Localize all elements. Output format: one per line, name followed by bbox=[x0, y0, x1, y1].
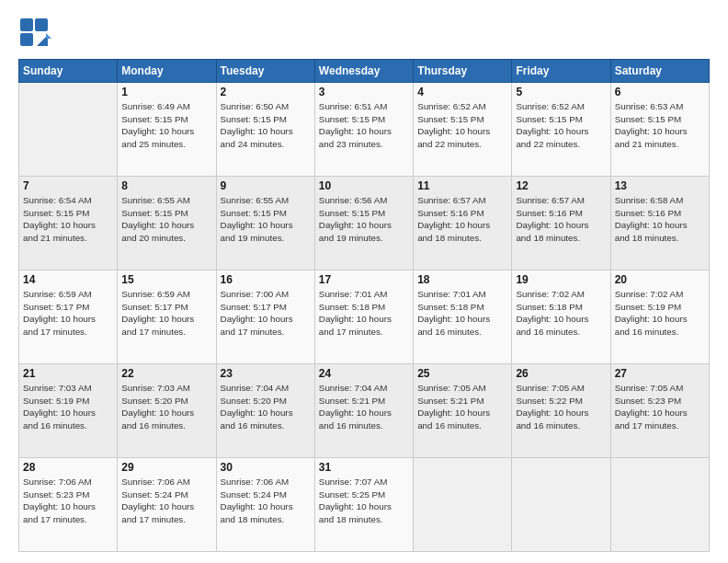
day-number: 12 bbox=[516, 179, 606, 192]
day-number: 23 bbox=[221, 367, 311, 380]
calendar-cell: 5Sunrise: 6:52 AM Sunset: 5:15 PM Daylig… bbox=[512, 83, 610, 177]
day-header-wednesday: Wednesday bbox=[314, 60, 413, 83]
calendar-cell: 6Sunrise: 6:53 AM Sunset: 5:15 PM Daylig… bbox=[610, 83, 709, 177]
day-header-tuesday: Tuesday bbox=[216, 60, 314, 83]
calendar-cell: 7Sunrise: 6:54 AM Sunset: 5:15 PM Daylig… bbox=[19, 177, 118, 270]
svg-rect-2 bbox=[20, 33, 33, 46]
calendar-cell: 17Sunrise: 7:01 AM Sunset: 5:18 PM Dayli… bbox=[314, 270, 413, 364]
day-number: 6 bbox=[615, 86, 705, 98]
day-number: 21 bbox=[23, 367, 113, 380]
calendar-cell: 8Sunrise: 6:55 AM Sunset: 5:15 PM Daylig… bbox=[118, 177, 216, 270]
day-number: 14 bbox=[23, 273, 113, 286]
day-info: Sunrise: 7:06 AM Sunset: 5:23 PM Dayligh… bbox=[23, 476, 113, 525]
calendar-week-4: 21Sunrise: 7:03 AM Sunset: 5:19 PM Dayli… bbox=[19, 364, 710, 458]
day-number: 29 bbox=[121, 461, 211, 474]
day-number: 7 bbox=[23, 179, 113, 192]
day-number: 15 bbox=[121, 273, 211, 286]
calendar-cell: 23Sunrise: 7:04 AM Sunset: 5:20 PM Dayli… bbox=[216, 364, 314, 458]
calendar-cell: 28Sunrise: 7:06 AM Sunset: 5:23 PM Dayli… bbox=[19, 458, 118, 552]
day-info: Sunrise: 6:51 AM Sunset: 5:15 PM Dayligh… bbox=[319, 100, 409, 150]
day-number: 19 bbox=[516, 273, 606, 286]
day-number: 5 bbox=[516, 86, 606, 98]
calendar-week-5: 28Sunrise: 7:06 AM Sunset: 5:23 PM Dayli… bbox=[19, 458, 710, 552]
day-info: Sunrise: 7:06 AM Sunset: 5:24 PM Dayligh… bbox=[221, 476, 311, 525]
day-info: Sunrise: 6:57 AM Sunset: 5:16 PM Dayligh… bbox=[417, 194, 507, 244]
day-info: Sunrise: 6:49 AM Sunset: 5:15 PM Dayligh… bbox=[121, 100, 211, 150]
calendar-cell: 4Sunrise: 6:52 AM Sunset: 5:15 PM Daylig… bbox=[414, 83, 512, 177]
calendar-week-2: 7Sunrise: 6:54 AM Sunset: 5:15 PM Daylig… bbox=[19, 177, 710, 270]
day-info: Sunrise: 7:05 AM Sunset: 5:22 PM Dayligh… bbox=[516, 382, 606, 431]
calendar-week-1: 1Sunrise: 6:49 AM Sunset: 5:15 PM Daylig… bbox=[19, 83, 710, 177]
day-number: 13 bbox=[615, 179, 705, 192]
svg-rect-0 bbox=[20, 18, 33, 31]
day-header-friday: Friday bbox=[512, 60, 610, 83]
svg-marker-4 bbox=[46, 33, 51, 39]
day-info: Sunrise: 6:56 AM Sunset: 5:15 PM Dayligh… bbox=[319, 194, 409, 244]
day-info: Sunrise: 6:58 AM Sunset: 5:16 PM Dayligh… bbox=[615, 194, 705, 244]
day-number: 30 bbox=[221, 461, 311, 474]
calendar-cell: 9Sunrise: 6:55 AM Sunset: 5:15 PM Daylig… bbox=[216, 177, 314, 270]
day-number: 9 bbox=[221, 179, 311, 192]
calendar-cell: 30Sunrise: 7:06 AM Sunset: 5:24 PM Dayli… bbox=[216, 458, 314, 552]
day-number: 10 bbox=[319, 179, 409, 192]
day-number: 28 bbox=[23, 461, 113, 474]
calendar-cell: 31Sunrise: 7:07 AM Sunset: 5:25 PM Dayli… bbox=[314, 458, 413, 552]
day-number: 22 bbox=[121, 367, 211, 380]
day-info: Sunrise: 7:01 AM Sunset: 5:18 PM Dayligh… bbox=[417, 288, 507, 338]
calendar-cell: 1Sunrise: 6:49 AM Sunset: 5:15 PM Daylig… bbox=[118, 83, 216, 177]
day-header-monday: Monday bbox=[118, 60, 216, 83]
calendar-cell: 19Sunrise: 7:02 AM Sunset: 5:18 PM Dayli… bbox=[512, 270, 610, 364]
day-info: Sunrise: 6:55 AM Sunset: 5:15 PM Dayligh… bbox=[221, 194, 311, 244]
day-number: 31 bbox=[319, 461, 409, 474]
day-info: Sunrise: 7:06 AM Sunset: 5:24 PM Dayligh… bbox=[121, 476, 211, 525]
day-number: 8 bbox=[121, 179, 211, 192]
calendar-cell bbox=[19, 83, 118, 177]
day-info: Sunrise: 7:03 AM Sunset: 5:20 PM Dayligh… bbox=[121, 382, 211, 431]
calendar-cell: 27Sunrise: 7:05 AM Sunset: 5:23 PM Dayli… bbox=[610, 364, 709, 458]
day-number: 27 bbox=[615, 367, 705, 380]
day-info: Sunrise: 6:59 AM Sunset: 5:17 PM Dayligh… bbox=[121, 288, 211, 338]
calendar-cell: 14Sunrise: 6:59 AM Sunset: 5:17 PM Dayli… bbox=[19, 270, 118, 364]
calendar-cell: 10Sunrise: 6:56 AM Sunset: 5:15 PM Dayli… bbox=[314, 177, 413, 270]
day-info: Sunrise: 6:53 AM Sunset: 5:15 PM Dayligh… bbox=[615, 100, 705, 150]
calendar-header-row: SundayMondayTuesdayWednesdayThursdayFrid… bbox=[19, 60, 710, 83]
logo-icon bbox=[18, 17, 51, 50]
calendar-cell: 2Sunrise: 6:50 AM Sunset: 5:15 PM Daylig… bbox=[216, 83, 314, 177]
day-info: Sunrise: 7:02 AM Sunset: 5:19 PM Dayligh… bbox=[615, 288, 705, 338]
calendar-cell: 20Sunrise: 7:02 AM Sunset: 5:19 PM Dayli… bbox=[610, 270, 709, 364]
day-number: 18 bbox=[417, 273, 507, 286]
calendar-cell: 15Sunrise: 6:59 AM Sunset: 5:17 PM Dayli… bbox=[118, 270, 216, 364]
day-number: 1 bbox=[121, 86, 211, 98]
day-number: 16 bbox=[221, 273, 311, 286]
day-header-thursday: Thursday bbox=[414, 60, 512, 83]
day-info: Sunrise: 7:02 AM Sunset: 5:18 PM Dayligh… bbox=[516, 288, 606, 338]
day-number: 20 bbox=[615, 273, 705, 286]
day-info: Sunrise: 7:07 AM Sunset: 5:25 PM Dayligh… bbox=[319, 476, 409, 525]
calendar-cell: 16Sunrise: 7:00 AM Sunset: 5:17 PM Dayli… bbox=[216, 270, 314, 364]
day-info: Sunrise: 7:00 AM Sunset: 5:17 PM Dayligh… bbox=[221, 288, 311, 338]
calendar-cell: 3Sunrise: 6:51 AM Sunset: 5:15 PM Daylig… bbox=[314, 83, 413, 177]
calendar-cell bbox=[610, 458, 709, 552]
day-info: Sunrise: 6:50 AM Sunset: 5:15 PM Dayligh… bbox=[221, 100, 311, 150]
calendar-week-3: 14Sunrise: 6:59 AM Sunset: 5:17 PM Dayli… bbox=[19, 270, 710, 364]
calendar-cell: 25Sunrise: 7:05 AM Sunset: 5:21 PM Dayli… bbox=[414, 364, 512, 458]
calendar-cell: 18Sunrise: 7:01 AM Sunset: 5:18 PM Dayli… bbox=[414, 270, 512, 364]
day-info: Sunrise: 7:01 AM Sunset: 5:18 PM Dayligh… bbox=[319, 288, 409, 338]
calendar-cell: 11Sunrise: 6:57 AM Sunset: 5:16 PM Dayli… bbox=[414, 177, 512, 270]
logo bbox=[18, 17, 55, 50]
calendar-table: SundayMondayTuesdayWednesdayThursdayFrid… bbox=[18, 59, 710, 552]
day-info: Sunrise: 6:55 AM Sunset: 5:15 PM Dayligh… bbox=[121, 194, 211, 244]
calendar-cell: 24Sunrise: 7:04 AM Sunset: 5:21 PM Dayli… bbox=[314, 364, 413, 458]
day-info: Sunrise: 7:04 AM Sunset: 5:21 PM Dayligh… bbox=[319, 382, 409, 431]
svg-rect-1 bbox=[35, 18, 48, 31]
day-number: 24 bbox=[319, 367, 409, 380]
day-number: 2 bbox=[221, 86, 311, 98]
day-info: Sunrise: 6:54 AM Sunset: 5:15 PM Dayligh… bbox=[23, 194, 113, 244]
day-number: 3 bbox=[319, 86, 409, 98]
calendar-cell bbox=[414, 458, 512, 552]
day-number: 4 bbox=[417, 86, 507, 98]
day-info: Sunrise: 7:05 AM Sunset: 5:21 PM Dayligh… bbox=[417, 382, 507, 431]
day-info: Sunrise: 7:03 AM Sunset: 5:19 PM Dayligh… bbox=[23, 382, 113, 431]
day-info: Sunrise: 6:57 AM Sunset: 5:16 PM Dayligh… bbox=[516, 194, 606, 244]
day-info: Sunrise: 6:52 AM Sunset: 5:15 PM Dayligh… bbox=[516, 100, 606, 150]
